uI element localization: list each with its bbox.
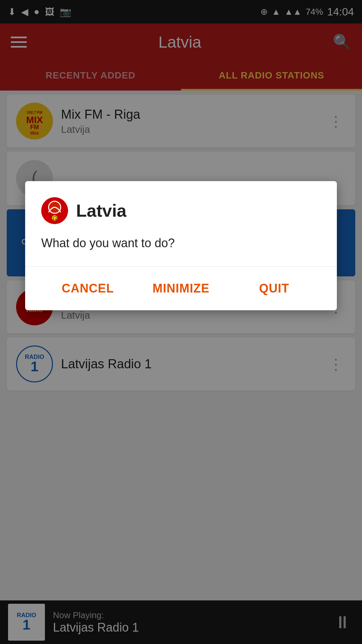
svg-text:🎧: 🎧 <box>52 216 57 221</box>
dialog-header: 🎧 Latvia <box>41 197 321 224</box>
dialog-overlay <box>0 0 362 644</box>
dialog-logo: 🎧 <box>41 197 68 224</box>
dialog-message: What do you want to do? <box>41 236 321 250</box>
minimize-button[interactable]: MINIMIZE <box>134 276 228 301</box>
dialog-actions: CANCEL MINIMIZE QUIT <box>41 267 321 310</box>
quit-button[interactable]: QUIT <box>228 276 321 301</box>
dialog-app-logo: 🎧 <box>41 197 68 224</box>
cancel-button[interactable]: CANCEL <box>41 276 134 301</box>
dialog-title: Latvia <box>76 201 126 221</box>
dialog: 🎧 Latvia What do you want to do? CANCEL … <box>25 181 337 310</box>
